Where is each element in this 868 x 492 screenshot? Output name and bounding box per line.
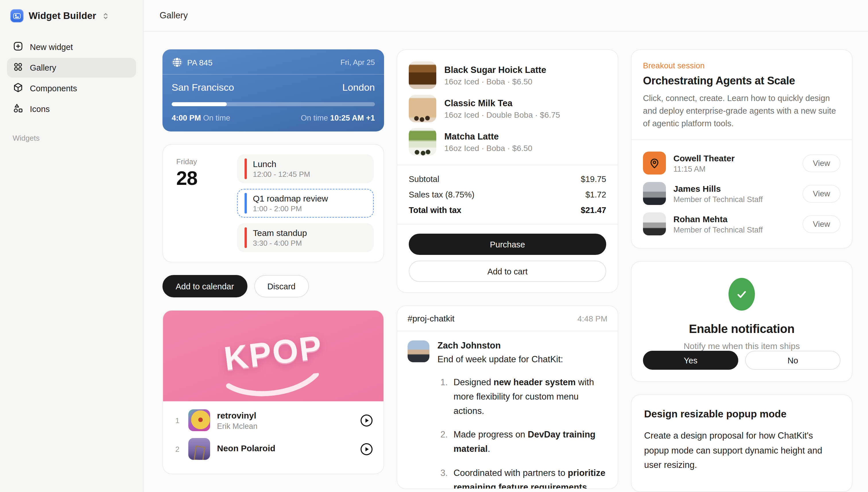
calendar-day-number: 28: [176, 167, 226, 190]
main-area: Gallery PA 845 Fri, Apr 25: [144, 0, 868, 492]
message-author: Zach Johnston: [438, 340, 607, 351]
channel-name: #proj-chatkit: [407, 314, 454, 323]
drink-photo-classic-milk-tea: [409, 95, 436, 122]
purchase-button[interactable]: Purchase: [409, 233, 606, 255]
column-3: Breakout session Orchestrating Agents at…: [631, 49, 852, 474]
view-button[interactable]: View: [802, 154, 840, 172]
arrival-status: On time: [301, 114, 328, 122]
sidebar-item-label: Components: [30, 84, 77, 93]
order-item: Classic Milk Tea 16oz Iced · Double Boba…: [409, 95, 606, 122]
check-icon: [728, 278, 755, 311]
session-description: Click, connect, create. Learn how to qui…: [643, 93, 840, 130]
task-widget: Design resizable popup mode Create a des…: [631, 395, 852, 492]
session-widget: Breakout session Orchestrating Agents at…: [631, 49, 852, 249]
departure-time: 4:00 PM: [172, 114, 201, 122]
sidebar-item-icons[interactable]: Icons: [7, 99, 136, 119]
message-text: End of week update for ChatKit:: [438, 354, 607, 365]
total-row: Total with tax$21.47: [409, 205, 606, 215]
task-title: Design resizable popup mode: [644, 409, 839, 420]
location-pin-icon: [643, 152, 666, 175]
view-button[interactable]: View: [802, 185, 840, 203]
avatar: [643, 213, 666, 236]
list-item: 1. Designed new header system with more …: [438, 375, 607, 418]
calendar-actions: Add to calendar Discard: [163, 275, 384, 297]
shapes-icon: [13, 103, 24, 115]
sidebar-item-gallery[interactable]: Gallery: [7, 58, 136, 77]
event-color-bar: [245, 193, 247, 214]
session-speaker-row: James Hills Member of Technical Staff Vi…: [643, 182, 840, 205]
session-location-row: Cowell Theater 11:15 AM View: [643, 152, 840, 175]
message-timestamp: 4:48 PM: [577, 314, 607, 323]
widget-builder-app: Widget Builder New widget Gallery: [0, 0, 868, 492]
app-logo-icon: [10, 9, 24, 22]
sidebar-item-new-widget[interactable]: New widget: [7, 37, 136, 57]
yes-button[interactable]: Yes: [643, 351, 738, 370]
session-title: Orchestrating Agents at Scale: [643, 75, 840, 87]
subtotal-row: Subtotal$19.75: [409, 174, 606, 184]
playlist-widget: KPOP 1 retrovinyl Erik Mclean: [163, 310, 384, 474]
calendar-event-roadmap-selected[interactable]: Q1 roadmap review 1:00 - 2:00 PM: [237, 189, 374, 218]
notification-title: Enable notification: [689, 322, 795, 336]
event-color-bar: [245, 227, 247, 248]
chat-widget: #proj-chatkit 4:48 PM Zach Johnston End …: [397, 305, 618, 489]
track-row-retrovinyl: 1 retrovinyl Erik Mclean: [173, 409, 373, 431]
sales-tax-row: Sales tax (8.75%)$1.72: [409, 190, 606, 199]
app-title: Widget Builder: [29, 10, 96, 21]
session-tag: Breakout session: [643, 61, 840, 70]
new-widget-icon: [13, 41, 24, 53]
add-to-cart-button[interactable]: Add to cart: [409, 261, 606, 282]
add-to-calendar-button[interactable]: Add to calendar: [163, 275, 247, 297]
gallery-icon: [13, 62, 24, 74]
calendar-widget: Friday 28 Lunch 12:00 - 12:45 PM: [163, 144, 384, 262]
avatar: [407, 340, 429, 362]
track-row-neon-polaroid: 2 Neon Polaroid: [173, 438, 373, 460]
destination-city: London: [342, 82, 375, 94]
album-art-neon-polaroid: [188, 438, 210, 460]
kpop-swoosh-graphic: [224, 373, 323, 401]
origin-city: San Francisco: [172, 82, 234, 94]
calendar-event-lunch[interactable]: Lunch 12:00 - 12:45 PM: [237, 154, 374, 183]
flight-progress-fill: [172, 102, 226, 106]
drink-photo-matcha-latte: [409, 128, 436, 155]
column-1: PA 845 Fri, Apr 25 San Francisco London: [163, 49, 384, 474]
column-2: Black Sugar Hoick Latte 16oz Iced · Boba…: [397, 49, 618, 474]
album-art-retrovinyl: [188, 409, 210, 431]
view-button[interactable]: View: [802, 215, 840, 233]
playlist-cover-image: KPOP: [163, 311, 383, 401]
no-button[interactable]: No: [745, 351, 840, 370]
components-cube-icon: [13, 82, 24, 95]
topbar: Gallery: [144, 0, 868, 31]
list-item: 3. Coordinated with partners to prioriti…: [438, 465, 607, 489]
app-switcher[interactable]: Widget Builder: [7, 8, 136, 25]
avatar: [643, 182, 666, 205]
airline-globe-icon: [172, 57, 182, 68]
calendar-event-standup[interactable]: Team standup 3:30 - 4:00 PM: [237, 223, 374, 252]
play-button[interactable]: [360, 414, 373, 427]
gallery-content: PA 845 Fri, Apr 25 San Francisco London: [144, 31, 868, 492]
sidebar-item-label: Gallery: [30, 63, 56, 72]
order-item: Matcha Latte 16oz Iced · Boba · $6.50: [409, 128, 606, 155]
sidebar-nav: New widget Gallery Components Icons: [7, 37, 136, 119]
calendar-day-label: Friday: [176, 157, 226, 166]
play-button[interactable]: [360, 442, 373, 456]
page-title: Gallery: [159, 10, 188, 21]
discard-button[interactable]: Discard: [254, 275, 308, 297]
sidebar-item-components[interactable]: Components: [7, 79, 136, 98]
sidebar-item-label: New widget: [30, 43, 73, 52]
kpop-logo-text: KPOP: [222, 327, 325, 377]
flight-number: PA 845: [187, 58, 213, 67]
order-item: Black Sugar Hoick Latte 16oz Iced · Boba…: [409, 62, 606, 89]
list-item: 2. Made progress on DevDay training mate…: [438, 427, 607, 456]
sidebar: Widget Builder New widget Gallery: [0, 0, 144, 492]
flight-date: Fri, Apr 25: [341, 58, 375, 67]
arrival-time: 10:25 AM +1: [330, 114, 375, 122]
drink-photo-black-sugar-latte: [409, 62, 436, 89]
flight-progress-track: [172, 102, 375, 106]
order-widget: Black Sugar Hoick Latte 16oz Iced · Boba…: [397, 49, 618, 293]
flight-widget: PA 845 Fri, Apr 25 San Francisco London: [163, 49, 384, 131]
departure-status: On time: [203, 114, 230, 122]
task-body: Create a design proposal for how ChatKit…: [644, 428, 839, 472]
chevron-updown-icon[interactable]: [101, 12, 109, 20]
event-color-bar: [245, 158, 247, 179]
notification-subtitle: Notify me when this item ships: [684, 341, 800, 351]
